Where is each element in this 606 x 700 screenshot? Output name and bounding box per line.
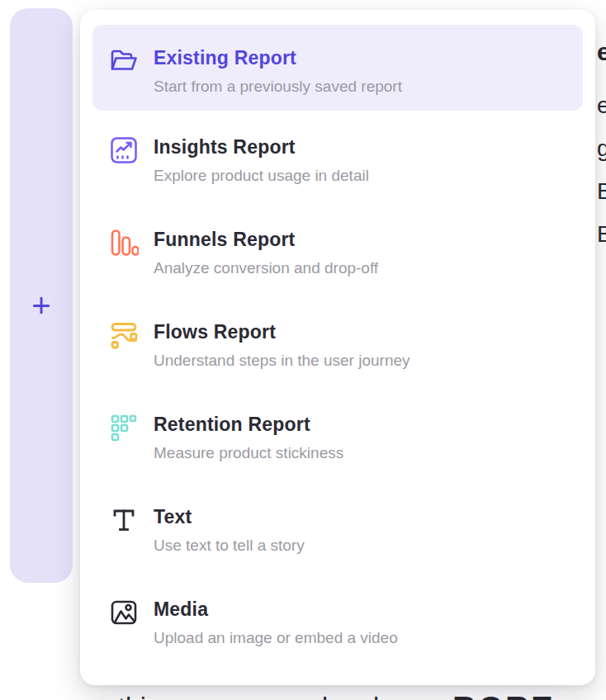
folder-open-icon (109, 46, 139, 76)
insights-chart-icon (109, 135, 139, 165)
menu-item-description: Start from a previously saved report (154, 77, 402, 97)
background-text-fragment: e (597, 92, 606, 119)
background-text-fragment: BORE (452, 690, 555, 700)
add-content-button[interactable]: + (10, 289, 73, 322)
menu-item-insights-report[interactable]: Insights Report Explore product usage in… (80, 111, 595, 203)
background-text-fragment: B (597, 178, 606, 205)
background-text-fragment: thi (118, 692, 146, 700)
menu-item-description: Understand steps in the user journey (154, 351, 410, 371)
menu-item-title: Retention Report (154, 413, 343, 436)
text-icon (109, 505, 139, 535)
menu-item-title: Media (154, 598, 398, 621)
plus-icon: + (31, 287, 50, 324)
background-text-fragment: l (373, 692, 379, 700)
menu-item-title: Existing Report (154, 46, 402, 69)
retention-grid-icon (109, 413, 139, 442)
flows-icon (109, 320, 139, 350)
menu-item-funnels-report[interactable]: Funnels Report Analyze conversion and dr… (80, 203, 595, 296)
menu-item-text[interactable]: Text Use text to tell a story (80, 480, 595, 573)
background-text-fragment: gB (597, 135, 606, 162)
menu-item-title: Funnels Report (154, 228, 378, 251)
background-text-fragment: l (322, 692, 328, 700)
menu-item-title: Insights Report (154, 135, 369, 158)
menu-item-media[interactable]: Media Upload an image or embed a video (80, 573, 595, 665)
menu-item-retention-report[interactable]: Retention Report Measure product stickin… (80, 388, 595, 480)
background-text-fragment: B (597, 221, 606, 248)
add-content-menu: Existing Report Start from a previously … (80, 10, 595, 685)
menu-item-description: Upload an image or embed a video (154, 628, 398, 648)
background-text-fragment: ex (597, 38, 606, 66)
media-image-icon (109, 598, 139, 627)
menu-item-description: Use text to tell a story (154, 536, 305, 556)
menu-item-description: Analyze conversion and drop-off (154, 258, 378, 278)
menu-item-description: Measure product stickiness (154, 443, 343, 463)
menu-item-title: Text (154, 505, 305, 528)
add-content-rail: + (10, 8, 73, 583)
menu-item-description: Explore product usage in detail (154, 166, 369, 186)
menu-item-existing-report[interactable]: Existing Report Start from a previously … (92, 25, 583, 111)
menu-item-flows-report[interactable]: Flows Report Understand steps in the use… (80, 296, 595, 388)
funnels-bars-icon (109, 228, 139, 258)
menu-item-title: Flows Report (154, 320, 410, 343)
